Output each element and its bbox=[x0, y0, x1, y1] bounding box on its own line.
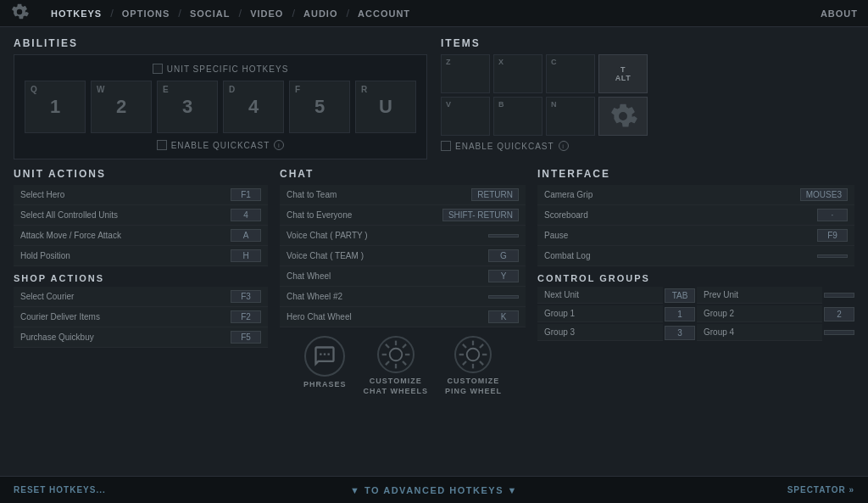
enable-quickcast-row: ENABLE QUICKCAST i bbox=[23, 140, 418, 150]
phrases-icon-item[interactable]: PHRASES bbox=[303, 336, 347, 396]
item-key-c[interactable]: C bbox=[546, 54, 595, 93]
abilities-box: UNIT SPECIFIC HOTKEYS Q1W2E3D4F5RU ENABL… bbox=[14, 54, 427, 159]
ability-key-f[interactable]: F5 bbox=[289, 81, 350, 133]
svg-line-15 bbox=[480, 361, 483, 365]
nav-about[interactable]: ABOUT bbox=[821, 8, 858, 19]
item-key-x[interactable]: X bbox=[493, 54, 542, 93]
control-groups-content: Next Unit TAB Prev Unit Group 1 1 Group … bbox=[537, 287, 854, 341]
action-row[interactable]: Select All Controlled Units4 bbox=[14, 205, 268, 226]
chat-row[interactable]: Voice Chat ( PARTY ) bbox=[280, 226, 526, 246]
action-row[interactable]: Combat Log bbox=[537, 246, 854, 266]
nav-account[interactable]: ACCOUNT bbox=[349, 8, 419, 19]
bottom-bar: RESET HOTKEYS... ▼ TO ADVANCED HOTKEYS ▼… bbox=[0, 476, 868, 503]
item-key-v[interactable]: V bbox=[441, 97, 490, 136]
svg-line-5 bbox=[386, 344, 389, 348]
nav-options[interactable]: OPTIONS bbox=[114, 8, 179, 19]
items-quickcast-info-icon[interactable]: i bbox=[559, 141, 569, 151]
action-row[interactable]: Camera GripMOUSE3 bbox=[537, 185, 854, 205]
svg-line-16 bbox=[480, 344, 483, 348]
nav-audio[interactable]: AUDIO bbox=[295, 8, 346, 19]
svg-point-0 bbox=[389, 349, 402, 361]
interface-rows: Camera GripMOUSE3Scoreboard·PauseF9Comba… bbox=[537, 185, 854, 266]
action-row[interactable]: Purchase QuickbuyF5 bbox=[14, 327, 268, 348]
shop-actions-title: SHOP ACTIONS bbox=[14, 273, 268, 283]
item-key-t-special[interactable]: TALT bbox=[598, 54, 648, 93]
phrases-label: PHRASES bbox=[303, 380, 347, 390]
nav-logo-icon bbox=[10, 3, 32, 25]
items-row1: ZXCTALT bbox=[441, 54, 854, 93]
action-row[interactable]: Attack Move / Force AttackA bbox=[14, 226, 268, 246]
customize-ping-wheel-label: CUSTOMIZEPING WHEEL bbox=[445, 377, 502, 396]
abilities-section: ABILITIES UNIT SPECIFIC HOTKEYS Q1W2E3D4… bbox=[14, 37, 427, 159]
item-key-n[interactable]: N bbox=[546, 97, 595, 136]
reset-hotkeys-button[interactable]: RESET HOTKEYS... bbox=[14, 485, 106, 495]
svg-line-6 bbox=[403, 361, 406, 365]
chat-rows: Chat to TeamRETURNChat to EveryoneSHIFT-… bbox=[280, 185, 526, 327]
item-key-b[interactable]: B bbox=[493, 97, 542, 136]
chat-row[interactable]: Chat to EveryoneSHIFT- RETURN bbox=[280, 205, 526, 226]
chat-icons-row: PHRASES bbox=[280, 336, 526, 396]
action-row[interactable]: Select CourierF3 bbox=[14, 287, 268, 307]
action-row[interactable]: Select HeroF1 bbox=[14, 185, 268, 205]
chat-row[interactable]: Voice Chat ( TEAM )G bbox=[280, 246, 526, 266]
nav-social[interactable]: SOCIAL bbox=[181, 8, 239, 19]
customize-chat-wheels-icon bbox=[377, 336, 415, 373]
svg-line-17 bbox=[463, 361, 466, 365]
enable-quickcast-text: ENABLE QUICKCAST bbox=[171, 141, 270, 150]
unit-specific-label: UNIT SPECIFIC HOTKEYS bbox=[167, 64, 289, 74]
chat-row[interactable]: Hero Chat WheelK bbox=[280, 307, 526, 327]
items-box: ZXCTALT VBN ENABLE QUICKCAST i bbox=[441, 54, 854, 151]
ability-key-r[interactable]: RU bbox=[355, 81, 416, 133]
unit-actions-title: UNIT ACTIONS bbox=[14, 168, 268, 180]
cg-group-row: Group 3 3 Group 4 bbox=[537, 324, 854, 341]
chat-row[interactable]: Chat Wheel #2 bbox=[280, 287, 526, 307]
quickcast-info-icon[interactable]: i bbox=[274, 140, 284, 150]
nav-video[interactable]: VIDEO bbox=[242, 8, 292, 19]
item-key-z[interactable]: Z bbox=[441, 54, 490, 93]
ability-key-w[interactable]: W2 bbox=[91, 81, 152, 133]
chat-row[interactable]: Chat to TeamRETURN bbox=[280, 185, 526, 205]
items-row2: VBN bbox=[441, 97, 854, 136]
chat-section: CHAT Chat to TeamRETURNChat to EveryoneS… bbox=[280, 168, 526, 469]
abilities-title: ABILITIES bbox=[14, 37, 427, 49]
phrases-icon bbox=[304, 336, 345, 377]
item-key-gear[interactable] bbox=[598, 97, 648, 136]
control-groups-title: CONTROL GROUPS bbox=[537, 273, 854, 283]
svg-line-7 bbox=[403, 344, 406, 348]
unit-actions-rows: Select HeroF1Select All Controlled Units… bbox=[14, 185, 268, 266]
advanced-hotkeys-link[interactable]: ▼ TO ADVANCED HOTKEYS ▼ bbox=[350, 485, 518, 495]
nav-items: HOTKEYS / OPTIONS / SOCIAL / VIDEO / AUD… bbox=[42, 7, 821, 20]
enable-quickcast-label[interactable]: ENABLE QUICKCAST i bbox=[157, 140, 285, 150]
customize-chat-wheels-item[interactable]: CUSTOMIZECHAT WHEELS bbox=[364, 336, 428, 396]
items-title: ITEMS bbox=[441, 37, 854, 49]
items-enable-quickcast-checkbox[interactable] bbox=[441, 141, 451, 151]
ability-key-q[interactable]: Q1 bbox=[25, 81, 86, 133]
bottom-row: UNIT ACTIONS Select HeroF1Select All Con… bbox=[14, 168, 854, 469]
ability-key-d[interactable]: D4 bbox=[223, 81, 284, 133]
items-enable-quickcast-label[interactable]: ENABLE QUICKCAST i bbox=[441, 141, 569, 151]
nav-hotkeys[interactable]: HOTKEYS bbox=[42, 8, 110, 19]
enable-quickcast-checkbox[interactable] bbox=[157, 140, 167, 150]
action-row[interactable]: Hold PositionH bbox=[14, 246, 268, 266]
unit-actions-section: UNIT ACTIONS Select HeroF1Select All Con… bbox=[14, 168, 268, 469]
action-row[interactable]: PauseF9 bbox=[537, 226, 854, 246]
top-row: ABILITIES UNIT SPECIFIC HOTKEYS Q1W2E3D4… bbox=[14, 37, 854, 159]
chat-row[interactable]: Chat WheelY bbox=[280, 266, 526, 287]
main-content: ABILITIES UNIT SPECIFIC HOTKEYS Q1W2E3D4… bbox=[0, 27, 868, 476]
svg-point-9 bbox=[467, 349, 480, 361]
unit-specific-checkbox-label[interactable]: UNIT SPECIFIC HOTKEYS bbox=[153, 64, 289, 74]
action-row[interactable]: Courier Deliver ItemsF2 bbox=[14, 307, 268, 327]
ability-keys: Q1W2E3D4F5RU bbox=[23, 81, 418, 133]
shop-actions-rows: Select CourierF3Courier Deliver ItemsF2P… bbox=[14, 287, 268, 348]
customize-ping-wheel-item[interactable]: CUSTOMIZEPING WHEEL bbox=[445, 336, 502, 396]
customize-chat-wheels-label: CUSTOMIZECHAT WHEELS bbox=[364, 377, 428, 396]
action-row[interactable]: Scoreboard· bbox=[537, 205, 854, 226]
top-nav: HOTKEYS / OPTIONS / SOCIAL / VIDEO / AUD… bbox=[0, 0, 868, 27]
unit-specific-row: UNIT SPECIFIC HOTKEYS bbox=[23, 64, 418, 74]
svg-line-14 bbox=[463, 344, 466, 348]
ability-key-e[interactable]: E3 bbox=[157, 81, 218, 133]
cg-top-row: Next Unit TAB Prev Unit bbox=[537, 287, 854, 304]
unit-specific-checkbox[interactable] bbox=[153, 64, 163, 74]
interface-title: INTERFACE bbox=[537, 168, 854, 180]
spectator-link[interactable]: SPECTATOR » bbox=[787, 485, 854, 495]
